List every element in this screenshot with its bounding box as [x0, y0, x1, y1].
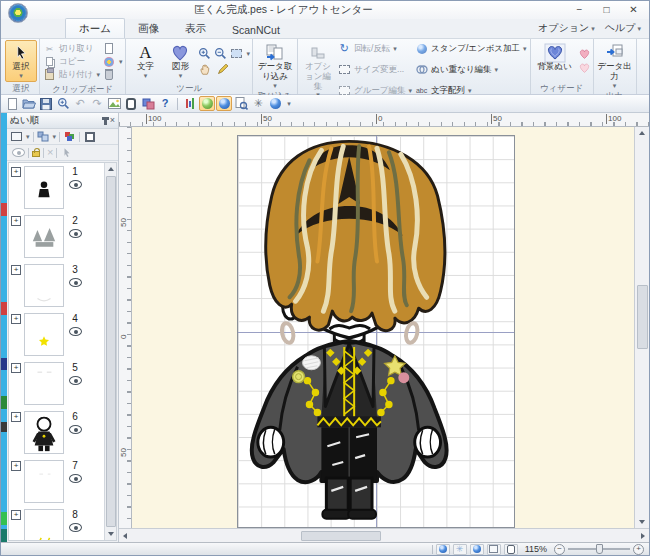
item-thumbnail[interactable] [24, 166, 64, 209]
item-thumbnail[interactable] [24, 313, 64, 356]
frame-icon[interactable] [83, 131, 96, 143]
hoop-icon[interactable] [123, 96, 139, 111]
delete-item-icon[interactable]: × [47, 147, 53, 158]
overlap-edit-button[interactable]: ぬい重なり編集▾ [414, 63, 527, 76]
minimize-button[interactable]: − [566, 2, 593, 18]
pin-icon[interactable] [104, 117, 107, 125]
select-tool-button[interactable]: 選択 ▾ [5, 40, 37, 82]
stitch-view-icon[interactable] [216, 96, 232, 111]
group-objects-icon[interactable] [37, 131, 50, 143]
item-thumbnail[interactable] [24, 509, 64, 540]
scroll-right-icon[interactable] [637, 530, 649, 542]
item-thumbnail[interactable] [24, 362, 64, 405]
zoom-slider-thumb[interactable] [596, 544, 603, 554]
status-hoop-icon[interactable] [504, 544, 518, 555]
sew-order-item[interactable]: + 3 [9, 261, 104, 310]
sew-order-scrollbar[interactable] [104, 163, 116, 540]
scroll-down-icon[interactable] [636, 516, 648, 528]
tab-home[interactable]: ホーム [65, 18, 125, 38]
redo-icon[interactable]: ↷ [89, 96, 105, 111]
expand-icon[interactable]: + [11, 412, 21, 422]
text-tool-button[interactable]: A 文字 ▾ [128, 40, 162, 82]
visibility-eye-icon[interactable] [69, 180, 82, 189]
pan-hand-icon[interactable] [198, 63, 211, 75]
design-page[interactable] [237, 135, 515, 528]
item-thumbnail[interactable] [24, 264, 64, 307]
expand-icon[interactable]: + [11, 461, 21, 471]
toggle-visibility-icon[interactable] [12, 148, 25, 157]
zoom-in-icon[interactable] [198, 48, 211, 60]
item-thumbnail[interactable] [24, 411, 64, 454]
item-thumbnail[interactable] [24, 215, 64, 258]
design-canvas[interactable] [132, 127, 634, 528]
measure-pen-icon[interactable] [216, 63, 229, 75]
zoom-out-button[interactable]: − [554, 544, 565, 555]
scrollbar-thumb[interactable] [301, 531, 381, 541]
vertical-scrollbar[interactable] [634, 127, 649, 528]
lock-icon[interactable] [32, 151, 40, 157]
image-panel-icon[interactable] [106, 96, 122, 111]
visibility-eye-icon[interactable] [69, 278, 82, 287]
decorate-button[interactable]: ▾ [102, 55, 124, 68]
sew-order-item[interactable]: + 7 [9, 457, 104, 506]
toolbar-overflow-icon[interactable]: ▾ [284, 96, 294, 111]
scroll-left-icon[interactable] [119, 530, 131, 542]
tab-scanncut[interactable]: ScanNCut [219, 21, 293, 38]
paste-special-button[interactable] [102, 42, 124, 55]
maximize-button[interactable]: □ [593, 2, 620, 18]
expand-icon[interactable]: + [11, 167, 21, 177]
open-file-icon[interactable] [21, 96, 37, 111]
status-fit-frame-icon[interactable] [487, 544, 501, 555]
scroll-down-icon[interactable] [105, 528, 117, 540]
tab-view[interactable]: 表示 [172, 19, 219, 38]
new-file-icon[interactable] [4, 96, 20, 111]
status-stitch-view-icon[interactable] [436, 544, 450, 555]
design-settings-icon[interactable]: ✳ [250, 96, 266, 111]
help-menu[interactable]: ヘルプ▾ [605, 21, 641, 35]
paste-button[interactable]: 貼り付け▾ [42, 68, 101, 81]
status-snowflake-icon[interactable]: ✳ [453, 544, 467, 555]
select-frame-icon[interactable] [10, 131, 23, 143]
embroidery-design[interactable] [238, 136, 514, 527]
horizontal-scrollbar[interactable] [119, 528, 649, 542]
sew-order-item[interactable]: + 2 [9, 212, 104, 261]
preview-icon[interactable] [233, 96, 249, 111]
import-data-button[interactable]: データ取り込み ▾ [255, 40, 295, 90]
visibility-eye-icon[interactable] [69, 327, 82, 336]
expand-icon[interactable]: + [11, 216, 21, 226]
scrollbar-thumb[interactable] [637, 285, 648, 349]
close-button[interactable]: ✕ [620, 2, 647, 18]
copy-button[interactable]: コピー [42, 55, 101, 68]
zoom-out-icon[interactable] [214, 48, 227, 60]
color-blocks-icon[interactable] [63, 131, 76, 143]
options-menu[interactable]: オプション▾ [538, 21, 595, 35]
help-icon[interactable]: ? [157, 96, 173, 111]
scrollbar-thumb[interactable] [106, 176, 116, 527]
scroll-up-icon[interactable] [636, 127, 648, 139]
tab-image[interactable]: 画像 [125, 19, 172, 38]
visibility-eye-icon[interactable] [69, 474, 82, 483]
expand-icon[interactable]: + [11, 265, 21, 275]
background-sew-button[interactable]: 背景ぬい [533, 40, 577, 82]
expand-icon[interactable]: + [11, 363, 21, 373]
panel-close-icon[interactable]: × [110, 116, 115, 125]
status-realistic-view-icon[interactable] [470, 544, 484, 555]
sew-order-item[interactable]: + 1 [9, 163, 104, 212]
option-edit-button[interactable]: オプション編集 ▾ [300, 40, 336, 99]
visibility-eye-icon[interactable] [69, 376, 82, 385]
visibility-eye-icon[interactable] [69, 523, 82, 532]
stamp-emboss-button[interactable]: スタンプ/エンボス加工▾ [414, 42, 527, 55]
light-pink-heart-icon[interactable] [578, 62, 591, 74]
undo-icon[interactable]: ↶ [72, 96, 88, 111]
app-logo-icon[interactable] [8, 3, 28, 23]
shape-tool-button[interactable]: 図形 ▾ [163, 40, 197, 82]
pink-heart-icon[interactable] [578, 48, 591, 60]
expand-icon[interactable]: + [11, 510, 21, 520]
sew-order-item[interactable]: + 8 [9, 506, 104, 540]
design-transfer-icon[interactable] [140, 96, 156, 111]
expand-icon[interactable]: + [11, 314, 21, 324]
realistic-view-icon[interactable] [199, 96, 215, 111]
resize-button[interactable]: サイズ変更... [337, 63, 413, 76]
stitch-simulator-icon[interactable] [267, 96, 283, 111]
select-cursor-icon[interactable] [60, 147, 73, 159]
